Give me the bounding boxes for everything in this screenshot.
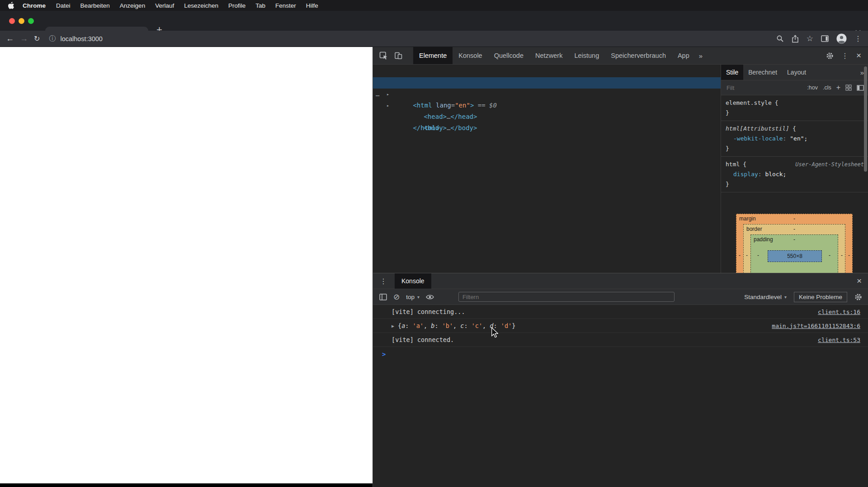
dom-node-html-selected[interactable]: … <html lang="en"> == $0 xyxy=(373,77,721,89)
live-expression-eye-icon[interactable] xyxy=(426,294,434,300)
tab-quellcode[interactable]: Quellcode xyxy=(488,47,529,64)
menubar-item-tab[interactable]: Tab xyxy=(250,2,270,9)
apple-logo-icon[interactable] xyxy=(8,2,14,9)
tab-konsole[interactable]: Konsole xyxy=(453,47,488,64)
style-rules: element.style{ } html[Attributstil]{ -we… xyxy=(721,95,868,192)
menubar-item-profile[interactable]: Profile xyxy=(223,2,250,9)
drawer-menu-kebab-icon[interactable]: ⋮ xyxy=(380,277,387,286)
toggle-hover-state-button[interactable]: :hov xyxy=(807,84,818,91)
log-level-dropdown[interactable]: Standardlevel ▾ xyxy=(744,294,787,300)
styles-filter-input[interactable] xyxy=(726,84,753,92)
toolbar-actions: ☆ ⋮ xyxy=(776,33,862,44)
profile-avatar[interactable] xyxy=(836,33,847,44)
console-filter-input[interactable] xyxy=(458,292,675,302)
inspect-element-icon[interactable] xyxy=(379,52,388,60)
window-minimize-button[interactable] xyxy=(19,18,24,24)
menubar-item-hilfe[interactable]: Hilfe xyxy=(301,2,323,9)
source-link[interactable]: client.ts:16 xyxy=(818,309,860,315)
styles-tabs: Stile Berechnet Layout » xyxy=(721,65,868,80)
back-icon[interactable]: ← xyxy=(6,34,14,43)
devtools-toolbar: Elemente Konsole Quellcode Netzwerk Leis… xyxy=(373,47,868,65)
browser-toolbar: ← → ↻ ⓘ localhost:3000 ☆ ⋮ xyxy=(0,31,868,47)
console-sidebar-icon[interactable] xyxy=(379,294,387,300)
css-property[interactable]: display xyxy=(733,171,758,178)
box-model-border: border - padding - 550×8 xyxy=(743,224,845,273)
window-controls xyxy=(9,18,34,24)
dom-node-head[interactable]: ▸ <head>…</head> xyxy=(373,89,721,100)
tab-app[interactable]: App xyxy=(672,47,695,64)
more-tabs-chevrons-icon[interactable]: » xyxy=(695,52,706,60)
tab-berechnet[interactable]: Berechnet xyxy=(743,65,782,80)
menubar-item-fenster[interactable]: Fenster xyxy=(270,2,301,9)
box-model-content: 550×8 xyxy=(768,250,822,262)
tab-layout[interactable]: Layout xyxy=(782,65,811,80)
tab-netzwerk[interactable]: Netzwerk xyxy=(529,47,568,64)
box-model-content-size: 550×8 xyxy=(787,253,802,259)
rule-selector[interactable]: html[Attributstil] xyxy=(726,125,789,132)
new-style-rule-icon[interactable]: + xyxy=(836,84,840,92)
window-zoom-button[interactable] xyxy=(28,18,34,24)
zoom-icon[interactable] xyxy=(776,35,784,42)
console-toolbar-right: Standardlevel ▾ Keine Probleme xyxy=(744,292,862,302)
tab-stile[interactable]: Stile xyxy=(721,65,743,80)
window-close-button[interactable] xyxy=(9,18,15,24)
forward-icon[interactable]: → xyxy=(20,34,28,43)
no-issues-button[interactable]: Keine Probleme xyxy=(794,292,847,302)
console-messages: [vite] connecting... client.ts:16 ▶ {a: … xyxy=(373,305,868,361)
computed-grid-icon[interactable] xyxy=(845,84,852,91)
tab-elemente[interactable]: Elemente xyxy=(413,47,453,64)
tab-leistung[interactable]: Leistung xyxy=(568,47,605,64)
css-value[interactable]: block; xyxy=(765,171,786,178)
console-settings-gear-icon[interactable] xyxy=(854,293,862,301)
dock-panel-icon[interactable] xyxy=(857,85,864,91)
url-text[interactable]: localhost:3000 xyxy=(60,35,103,42)
sidebar-scrollbar[interactable] xyxy=(864,66,867,172)
devtools-settings-gear-icon[interactable] xyxy=(826,52,834,60)
css-property[interactable]: -webkit-locale xyxy=(733,135,783,142)
dom-node-doctype[interactable]: <!DOCTYPE html> xyxy=(373,66,721,77)
side-panel-icon[interactable] xyxy=(821,35,829,42)
chevron-down-icon: ▾ xyxy=(784,295,787,300)
styles-filter-actions: :hov .cls + xyxy=(807,84,864,92)
context-selector[interactable]: top ▾ xyxy=(406,294,420,300)
console-message-row: [vite] connecting... client.ts:16 xyxy=(373,305,868,319)
expand-triangle-icon[interactable]: ▸ xyxy=(387,100,389,111)
bookmark-star-icon[interactable]: ☆ xyxy=(807,34,813,43)
clear-console-icon[interactable]: ⊘ xyxy=(393,292,400,302)
tab-konsole-drawer[interactable]: Konsole xyxy=(395,273,431,289)
source-link[interactable]: client.ts:53 xyxy=(818,337,860,343)
devtools-menu-kebab-icon[interactable]: ⋮ xyxy=(841,52,849,60)
menubar-item-anzeigen[interactable]: Anzeigen xyxy=(115,2,150,9)
share-icon[interactable] xyxy=(792,35,799,43)
tab-speicherverbrauch[interactable]: Speicherverbrauch xyxy=(605,47,672,64)
menubar-item-datei[interactable]: Datei xyxy=(51,2,75,9)
style-rule-attribute: html[Attributstil]{ -webkit-locale: "en"… xyxy=(721,121,868,157)
menubar-item-bearbeiten[interactable]: Bearbeiten xyxy=(75,2,115,9)
address-bar[interactable]: ⓘ localhost:3000 xyxy=(49,34,776,43)
css-value[interactable]: "en"; xyxy=(790,135,807,142)
dom-node-html-close[interactable]: </html> xyxy=(373,111,721,122)
devtools-close-icon[interactable]: × xyxy=(856,51,861,61)
console-drawer: ⋮ Konsole × ⊘ top ▾ Standardlevel ▾ xyxy=(373,273,868,487)
dom-node-body[interactable]: ▸ <body>…</body> xyxy=(373,100,721,111)
browser-menu-kebab-icon[interactable]: ⋮ xyxy=(854,34,862,43)
console-prompt[interactable]: > xyxy=(373,347,868,361)
box-model-padding: padding - 550×8 xyxy=(750,234,838,273)
expand-triangle-icon[interactable]: ▸ xyxy=(387,89,389,100)
elements-panel: <!DOCTYPE html> … <html lang="en"> == $0… xyxy=(373,65,721,259)
rule-selector[interactable]: html xyxy=(726,159,740,169)
device-toolbar-icon[interactable] xyxy=(394,52,402,60)
site-info-icon[interactable]: ⓘ xyxy=(49,34,56,43)
rule-selector[interactable]: element.style xyxy=(726,99,772,106)
expand-triangle-icon[interactable]: ▶ xyxy=(392,323,394,328)
reload-icon[interactable]: ↻ xyxy=(34,34,40,43)
source-link[interactable]: main.js?t=1661101152843:6 xyxy=(772,323,860,329)
console-log-text: [vite] connecting... xyxy=(392,308,465,315)
page-viewport[interactable] xyxy=(0,47,373,483)
menubar-item-verlauf[interactable]: Verlauf xyxy=(150,2,179,9)
menubar-app-name[interactable]: Chrome xyxy=(17,2,51,9)
box-model-margin-label: margin xyxy=(739,215,756,222)
drawer-close-icon[interactable]: × xyxy=(857,276,862,286)
toggle-classes-button[interactable]: .cls xyxy=(823,84,831,91)
menubar-item-lesezeichen[interactable]: Lesezeichen xyxy=(179,2,223,9)
